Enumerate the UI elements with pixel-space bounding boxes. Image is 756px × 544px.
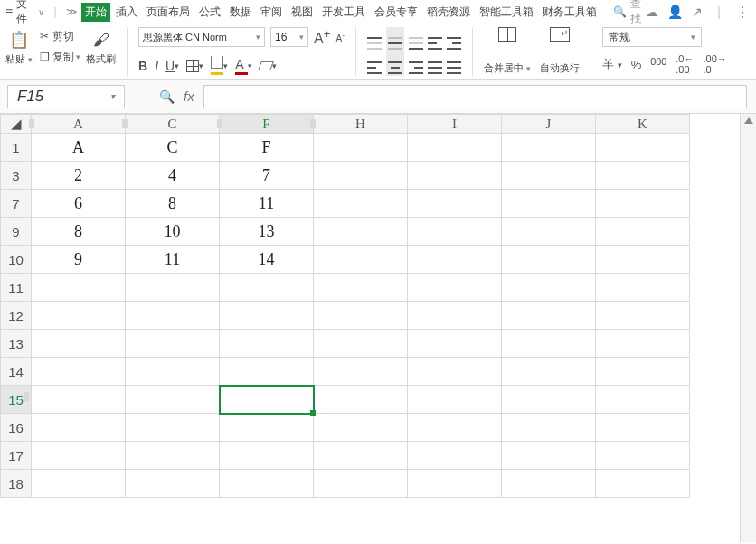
cell-H16[interactable] <box>314 414 408 442</box>
tab-view[interactable]: 视图 <box>288 3 317 22</box>
cell-A16[interactable] <box>32 414 126 442</box>
user-icon[interactable]: 👤 <box>667 5 683 19</box>
row-header-18[interactable]: 18 <box>1 470 32 498</box>
cell-A7[interactable]: 6 <box>32 190 126 218</box>
cell-F3[interactable]: 7 <box>220 162 314 190</box>
cell-H9[interactable] <box>314 218 408 246</box>
scroll-up-icon[interactable] <box>744 117 753 124</box>
cell-H7[interactable] <box>314 190 408 218</box>
cell-C3[interactable]: 4 <box>126 162 220 190</box>
cell-J1[interactable] <box>502 134 596 162</box>
cell-K7[interactable] <box>596 190 690 218</box>
cell-I15[interactable] <box>408 386 502 414</box>
tab-insert[interactable]: 插入 <box>112 3 141 22</box>
cell-F16[interactable] <box>220 414 314 442</box>
cell-A3[interactable]: 2 <box>32 162 126 190</box>
row-header-14[interactable]: 14 <box>1 358 32 386</box>
cell-J9[interactable] <box>502 218 596 246</box>
vertical-scrollbar[interactable] <box>740 114 756 542</box>
align-bottom-button[interactable] <box>409 29 423 50</box>
cell-K1[interactable] <box>596 134 690 162</box>
format-painter-label[interactable]: 格式刷 <box>86 52 116 66</box>
font-name-select[interactable]: 思源黑体 CN Norm▾ <box>138 27 265 47</box>
cell-C14[interactable] <box>126 358 220 386</box>
more-icon[interactable]: ⋮ <box>735 4 751 21</box>
col-header-A[interactable]: A <box>32 115 126 134</box>
formula-input[interactable] <box>203 85 747 108</box>
merge-icon[interactable] <box>498 27 516 42</box>
cell-F17[interactable] <box>220 442 314 470</box>
dec-decimal-button[interactable]: .00→.0 <box>704 53 727 75</box>
cell-K10[interactable] <box>596 246 690 274</box>
cut-button[interactable]: ✂剪切 <box>38 29 80 44</box>
name-box[interactable]: F15 ▾ <box>7 85 125 108</box>
cell-F14[interactable] <box>220 358 314 386</box>
tab-start[interactable]: 开始 <box>81 3 110 22</box>
paste-icon[interactable]: 📋 <box>7 27 31 52</box>
tab-smarttools[interactable]: 智能工具箱 <box>476 3 537 22</box>
align-middle-button[interactable] <box>386 27 404 52</box>
cell-K16[interactable] <box>596 414 690 442</box>
file-dropdown-icon[interactable]: ∨ <box>38 7 44 17</box>
copy-button[interactable]: ❐复制 ▾ <box>38 50 80 65</box>
cell-A12[interactable] <box>32 302 126 330</box>
cell-J3[interactable] <box>502 162 596 190</box>
cell-H17[interactable] <box>314 442 408 470</box>
cell-C17[interactable] <box>126 442 220 470</box>
cell-F13[interactable] <box>220 330 314 358</box>
hamburger-icon[interactable]: ≡ <box>5 5 13 19</box>
row-header-12[interactable]: 12 <box>1 302 32 330</box>
align-center-button[interactable] <box>386 52 404 76</box>
col-header-K[interactable]: K <box>596 115 690 134</box>
cell-C9[interactable]: 10 <box>126 218 220 246</box>
cell-C11[interactable] <box>126 274 220 302</box>
name-box-dropdown-icon[interactable]: ▾ <box>110 91 115 101</box>
cell-H15[interactable] <box>314 386 408 414</box>
cell-K3[interactable] <box>596 162 690 190</box>
cell-A9[interactable]: 8 <box>32 218 126 246</box>
cell-J12[interactable] <box>502 302 596 330</box>
cell-C7[interactable]: 8 <box>126 190 220 218</box>
cell-J11[interactable] <box>502 274 596 302</box>
font-size-select[interactable]: 16▾ <box>270 27 308 47</box>
underline-button[interactable]: U ▾ <box>165 59 179 73</box>
comma-button[interactable]: 000 <box>650 56 666 72</box>
cell-J16[interactable] <box>502 414 596 442</box>
align-right-button[interactable] <box>409 53 423 74</box>
cell-C10[interactable]: 11 <box>126 246 220 274</box>
cell-C12[interactable] <box>126 302 220 330</box>
zoom-formula-icon[interactable]: 🔍 <box>159 89 175 104</box>
cell-K13[interactable] <box>596 330 690 358</box>
tab-finance[interactable]: 财务工具箱 <box>539 3 600 22</box>
cell-H3[interactable] <box>314 162 408 190</box>
cell-I10[interactable] <box>408 246 502 274</box>
cell-A11[interactable] <box>32 274 126 302</box>
cell-I17[interactable] <box>408 442 502 470</box>
align-top-button[interactable] <box>367 29 382 50</box>
cell-F1[interactable]: F <box>220 134 314 162</box>
cell-I9[interactable] <box>408 218 502 246</box>
tab-formula[interactable]: 公式 <box>195 3 224 22</box>
row-header-7[interactable]: 7 <box>1 190 32 218</box>
tab-data[interactable]: 数据 <box>226 3 255 22</box>
cell-A13[interactable] <box>32 330 126 358</box>
cell-K11[interactable] <box>596 274 690 302</box>
cell-C13[interactable] <box>126 330 220 358</box>
align-left-button[interactable] <box>367 53 382 74</box>
bold-button[interactable]: B <box>138 59 147 73</box>
row-header-17[interactable]: 17 <box>1 442 32 470</box>
cell-I1[interactable] <box>408 134 502 162</box>
tab-devtools[interactable]: 开发工具 <box>318 3 369 22</box>
clear-format-button[interactable]: ▾ <box>260 61 277 70</box>
cell-I14[interactable] <box>408 358 502 386</box>
font-color-button[interactable]: A▾ <box>235 57 252 75</box>
cell-I7[interactable] <box>408 190 502 218</box>
cell-K12[interactable] <box>596 302 690 330</box>
cell-F12[interactable] <box>220 302 314 330</box>
indent-increase-button[interactable] <box>447 29 461 50</box>
cell-C18[interactable] <box>126 470 220 498</box>
tab-member[interactable]: 会员专享 <box>371 3 421 22</box>
indent-decrease-button[interactable] <box>428 29 442 50</box>
cell-J7[interactable] <box>502 190 596 218</box>
inc-decimal-button[interactable]: .0←.00 <box>676 53 694 75</box>
